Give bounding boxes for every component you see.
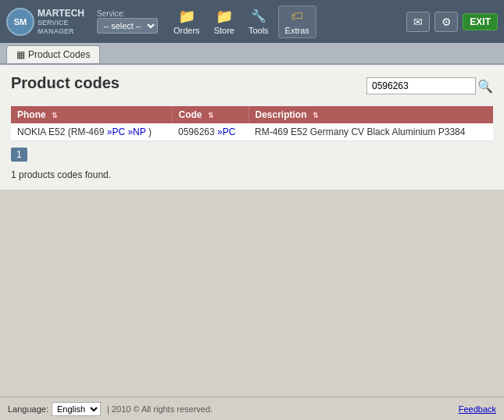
tab-icon: ▦ <box>16 49 25 60</box>
col-description: Description ⇅ <box>248 106 493 123</box>
copyright: | 2010 © All rights reserved. <box>107 404 213 414</box>
table-header: Phone ⇅ Code ⇅ Description ⇅ <box>11 106 493 123</box>
cell-description: RM-469 E52 Germany CV Black Aluminium P3… <box>248 123 493 141</box>
nav-bar: 📁 Orders 📁 Store 🔧 Tools 🏷 Extras <box>169 5 400 38</box>
phone-link-np[interactable]: »NP <box>127 126 145 137</box>
header: SM MARTECH SERVICE MANAGER Service: – se… <box>0 0 504 43</box>
store-icon: 📁 <box>215 9 234 24</box>
mail-button[interactable]: ✉ <box>406 12 430 32</box>
feedback-link[interactable]: Feedback <box>459 404 496 414</box>
title-search-row: Product codes 🔍 <box>11 74 493 100</box>
page-1-button[interactable]: 1 <box>11 148 27 162</box>
store-label: Store <box>214 26 234 35</box>
footer: Language: English | 2010 © All rights re… <box>0 397 504 420</box>
logo-service: SERVICE <box>38 19 84 27</box>
nav-tools[interactable]: 🔧 Tools <box>244 7 273 37</box>
cell-phone: NOKIA E52 (RM-469 »PC »NP ) <box>11 123 172 141</box>
table-body: NOKIA E52 (RM-469 »PC »NP ) 0596263 »PC … <box>11 123 493 141</box>
search-wrapper: 🔍 <box>366 77 493 94</box>
exit-button[interactable]: EXIT <box>463 13 498 30</box>
cell-code: 0596263 »PC <box>172 123 248 141</box>
logo-martech: MARTECH <box>38 8 84 19</box>
tools-label: Tools <box>248 26 269 35</box>
sort-icon-phone[interactable]: ⇅ <box>52 112 58 119</box>
page-title: Product codes <box>11 74 120 92</box>
extras-icon: 🏷 <box>288 9 306 24</box>
phone-link-pc[interactable]: »PC <box>107 126 125 137</box>
orders-icon: 📁 <box>177 9 196 24</box>
language-select[interactable]: English <box>52 402 101 416</box>
logo-manager: MANAGER <box>38 27 84 36</box>
nav-store[interactable]: 📁 Store <box>209 7 239 37</box>
nav-orders[interactable]: 📁 Orders <box>169 7 205 37</box>
language-label: Language: <box>8 404 48 414</box>
nav-extras[interactable]: 🏷 Extras <box>278 5 316 38</box>
col-phone: Phone ⇅ <box>11 106 172 123</box>
logo-area: SM MARTECH SERVICE MANAGER <box>6 8 84 36</box>
service-select[interactable]: – select – <box>97 18 158 34</box>
logo-text: MARTECH SERVICE MANAGER <box>38 8 84 36</box>
search-input[interactable] <box>366 77 476 94</box>
header-actions: ✉ ⚙ EXIT <box>406 12 498 32</box>
search-button[interactable]: 🔍 <box>477 79 493 94</box>
sort-icon-code[interactable]: ⇅ <box>208 112 214 119</box>
pagination: 1 <box>11 148 493 162</box>
main-content: Product codes 🔍 Phone ⇅ Code ⇅ Descripti… <box>0 65 504 190</box>
table-row: NOKIA E52 (RM-469 »PC »NP ) 0596263 »PC … <box>11 123 493 141</box>
tools-icon: 🔧 <box>249 9 268 24</box>
logo-icon: SM <box>6 8 34 36</box>
orders-label: Orders <box>173 26 200 35</box>
col-code: Code ⇅ <box>172 106 248 123</box>
extras-label: Extras <box>285 26 309 35</box>
service-label: Service: – select – <box>97 9 158 34</box>
code-link-pc[interactable]: »PC <box>217 126 235 137</box>
results-count: 1 products codes found. <box>11 169 493 180</box>
sort-icon-description[interactable]: ⇅ <box>313 112 319 119</box>
tab-label: Product Codes <box>28 49 90 60</box>
code-text: 0596263 <box>178 126 215 137</box>
settings-button[interactable]: ⚙ <box>434 12 458 32</box>
tab-product-codes[interactable]: ▦ Product Codes <box>6 45 100 63</box>
tab-bar: ▦ Product Codes <box>0 43 504 65</box>
phone-text: NOKIA E52 (RM-469 <box>17 126 104 137</box>
product-codes-table: Phone ⇅ Code ⇅ Description ⇅ NOKIA E52 (… <box>11 106 493 141</box>
